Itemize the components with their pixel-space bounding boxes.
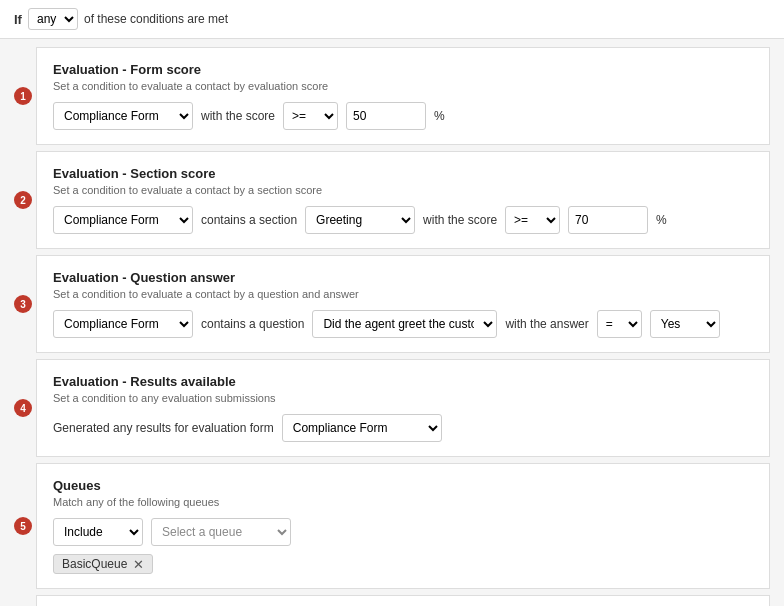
block-number-5: 5 <box>14 517 32 535</box>
form-score-with-label: with the score <box>201 109 275 123</box>
block-title-5: Queues <box>53 478 753 493</box>
queue-tags-container: BasicQueue ✕ <box>53 554 753 574</box>
results-form-select[interactable]: Compliance Form <box>282 414 442 442</box>
results-available-row: Generated any results for evaluation for… <box>53 414 753 442</box>
block-subtitle-2: Set a condition to evaluate a contact by… <box>53 184 753 196</box>
answer-value-select[interactable]: Yes No <box>650 310 720 338</box>
queue-tag-basicqueue: BasicQueue ✕ <box>53 554 153 574</box>
question-contains-label: contains a question <box>201 317 304 331</box>
block-subtitle-4: Set a condition to any evaluation submis… <box>53 392 753 404</box>
block-subtitle-5: Match any of the following queues <box>53 496 753 508</box>
question-answer-label: with the answer <box>505 317 588 331</box>
block-title-3: Evaluation - Question answer <box>53 270 753 285</box>
block-title-4: Evaluation - Results available <box>53 374 753 389</box>
block-title-1: Evaluation - Form score <box>53 62 753 77</box>
block-form-score: Evaluation - Form score Set a condition … <box>36 47 770 145</box>
block-subtitle-3: Set a condition to evaluate a contact by… <box>53 288 753 300</box>
section-with-label: with the score <box>423 213 497 227</box>
block-section-score: Evaluation - Section score Set a conditi… <box>36 151 770 249</box>
section-select[interactable]: Greeting Closing <box>305 206 415 234</box>
top-bar: If any all of these conditions are met <box>0 0 784 39</box>
section-score-row: Compliance Form contains a section Greet… <box>53 206 753 234</box>
section-operator-select[interactable]: >= <= <box>505 206 560 234</box>
answer-operator-select[interactable]: = != <box>597 310 642 338</box>
queue-tag-remove[interactable]: ✕ <box>133 558 144 571</box>
queue-tag-label: BasicQueue <box>62 557 127 571</box>
form-score-operator-select[interactable]: >= <= = <box>283 102 338 130</box>
block-subtitle-1: Set a condition to evaluate a contact by… <box>53 80 753 92</box>
block-number-1: 1 <box>14 87 32 105</box>
block-question-answer: Evaluation - Question answer Set a condi… <box>36 255 770 353</box>
form-score-form-select[interactable]: Compliance Form <box>53 102 193 130</box>
section-percent-label: % <box>656 213 667 227</box>
form-score-value-input[interactable] <box>346 102 426 130</box>
block-number-2: 2 <box>14 191 32 209</box>
section-score-form-select[interactable]: Compliance Form <box>53 206 193 234</box>
form-score-percent-label: % <box>434 109 445 123</box>
block-results-available: Evaluation - Results available Set a con… <box>36 359 770 457</box>
section-contains-label: contains a section <box>201 213 297 227</box>
queue-action-select[interactable]: Include Exclude <box>53 518 143 546</box>
block-title-2: Evaluation - Section score <box>53 166 753 181</box>
section-score-value-input[interactable] <box>568 206 648 234</box>
generated-label: Generated any results for evaluation for… <box>53 421 274 435</box>
form-score-row: Compliance Form with the score >= <= = % <box>53 102 753 130</box>
if-label: If <box>14 12 22 27</box>
any-select[interactable]: any all <box>28 8 78 30</box>
block-number-4: 4 <box>14 399 32 417</box>
question-answer-row: Compliance Form contains a question Did … <box>53 310 753 338</box>
block-number-3: 3 <box>14 295 32 313</box>
block-contact-attributes: Contact attributes CustomerType = != con… <box>36 595 770 606</box>
queue-name-select[interactable]: Select a queue BasicQueue <box>151 518 291 546</box>
block-queues: Queues Match any of the following queues… <box>36 463 770 589</box>
question-form-select[interactable]: Compliance Form <box>53 310 193 338</box>
condition-suffix: of these conditions are met <box>84 12 228 26</box>
queues-row: Include Exclude Select a queue BasicQueu… <box>53 518 753 546</box>
question-select[interactable]: Did the agent greet the customer prope <box>312 310 497 338</box>
